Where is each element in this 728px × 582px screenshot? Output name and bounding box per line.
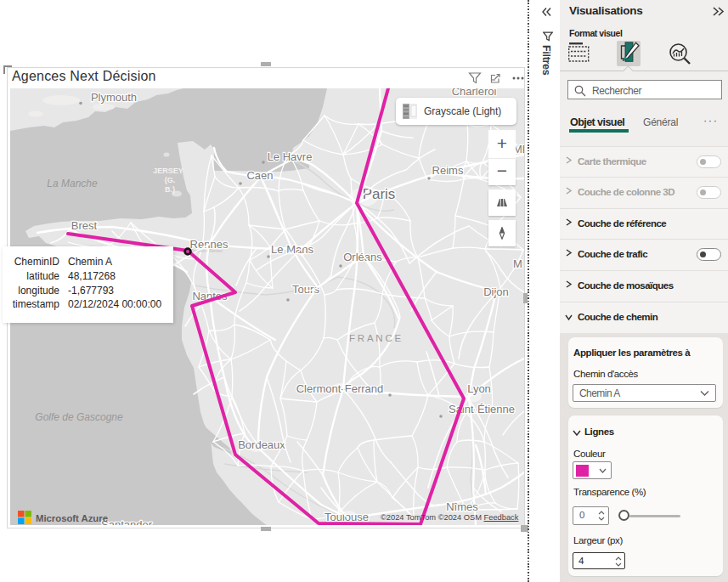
svg-text:JERSEY: JERSEY bbox=[153, 167, 183, 175]
svg-text:M: M bbox=[513, 257, 522, 270]
svg-text:FRANCE: FRANCE bbox=[349, 333, 404, 343]
svg-text:Filtres: Filtres bbox=[540, 45, 552, 76]
svg-text:Paris: Paris bbox=[363, 186, 396, 202]
svg-text:La Manche: La Manche bbox=[47, 178, 98, 189]
svg-text:Microsoft Azure: Microsoft Azure bbox=[36, 513, 108, 523]
svg-text:Orléans: Orléans bbox=[343, 251, 382, 263]
svg-text:Nîmes: Nîmes bbox=[446, 500, 478, 513]
svg-text:Bordeaux: Bordeaux bbox=[238, 438, 285, 451]
svg-text:Tours: Tours bbox=[292, 283, 319, 296]
svg-text:Le Havre: Le Havre bbox=[268, 150, 313, 163]
svg-text:Lyon: Lyon bbox=[467, 382, 491, 395]
svg-text:B.): B.) bbox=[165, 185, 175, 194]
svg-text:Brest: Brest bbox=[71, 219, 98, 232]
svg-text:Reims: Reims bbox=[432, 164, 464, 177]
svg-text:Dijon: Dijon bbox=[483, 285, 509, 298]
svg-text:Clermont-Ferrand: Clermont-Ferrand bbox=[296, 382, 384, 395]
svg-text:Plymouth: Plymouth bbox=[91, 91, 137, 104]
svg-text:Charleroi: Charleroi bbox=[452, 88, 497, 98]
svg-text:(G.: (G. bbox=[165, 176, 176, 184]
svg-text:Caen: Caen bbox=[246, 169, 273, 182]
svg-text:Le Mans: Le Mans bbox=[271, 243, 313, 256]
svg-text:Golfe de Gascogne: Golfe de Gascogne bbox=[35, 411, 123, 423]
